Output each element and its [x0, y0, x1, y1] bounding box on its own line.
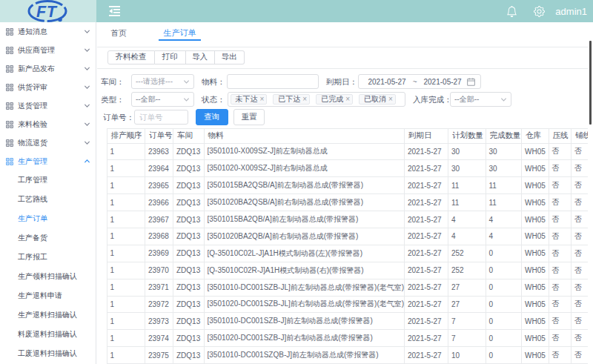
- orders-table: 排产顺序订单号车间物料到期日计划数量完成数量仓库压线铺线 123963ZDQ13…: [107, 128, 593, 364]
- cell-7-0: 1: [107, 262, 145, 279]
- sidebar-item-label: 送货管理: [18, 101, 84, 111]
- vertical-scrollbar[interactable]: [588, 22, 593, 364]
- type-select[interactable]: --全部--: [131, 92, 194, 107]
- tag-close-icon[interactable]: ×: [302, 96, 307, 103]
- cell-1-8: 否: [549, 160, 572, 177]
- sidebar-subitem-4[interactable]: 工序报工: [0, 248, 96, 267]
- cell-10-1: 23973: [145, 313, 173, 330]
- cell-8-7: WH05: [522, 279, 549, 296]
- tag-close-icon[interactable]: ×: [260, 96, 265, 103]
- sidebar-subitem-5[interactable]: 生产领料扫描确认: [0, 267, 96, 286]
- status-tag-3: 已取消×: [359, 94, 396, 105]
- table-row-10[interactable]: 123973ZDQ13[3501010-DC001SZB-J]前左制动器总成(带…: [107, 313, 593, 330]
- orderno-input[interactable]: [139, 110, 183, 124]
- table-row-11[interactable]: 123974ZDQ13[3501020-DC001SZB-J]前右制动器总成(带…: [107, 330, 593, 347]
- instock-select-value: --全部--: [454, 94, 500, 105]
- username[interactable]: admin1: [555, 6, 587, 17]
- cell-12-2: ZDQ13: [173, 347, 205, 364]
- cell-5-6: 4: [486, 228, 522, 245]
- sidebar-subitem-8[interactable]: 料废退料扫描确认: [0, 325, 96, 344]
- chevron-down-icon: [500, 96, 507, 103]
- sidebar-subitem-6[interactable]: 生产退料申请: [0, 286, 96, 305]
- sidebar-item-7[interactable]: 生产管理: [0, 152, 96, 171]
- cell-2-3: [3501015BA2QSB/A]前左制动器总成(带报警器): [204, 177, 405, 194]
- table-row-1[interactable]: 123964ZDQ13[3501020-X009SZ-J]前右制动器总成2021…: [107, 160, 593, 177]
- sidebar-item-0[interactable]: 通知消息: [0, 22, 96, 41]
- material-input[interactable]: [232, 75, 314, 88]
- instock-select[interactable]: --全部--: [450, 92, 511, 107]
- cell-8-0: 1: [107, 279, 145, 296]
- status-multiselect[interactable]: 未下达×已下达×已完成×已取消×: [228, 92, 405, 107]
- workshop-select[interactable]: ---请选择---: [131, 74, 194, 89]
- table-row-4[interactable]: 123967ZDQ13[3501015BA2QB/A]前左制动器总成(带报警器)…: [107, 211, 593, 228]
- cell-5-0: 1: [107, 228, 145, 245]
- sidebar-item-6[interactable]: 物流退货: [0, 133, 96, 152]
- notification-bell-icon[interactable]: [506, 6, 517, 17]
- cell-4-6: 4: [486, 211, 522, 228]
- sidebar-item-2[interactable]: 新产品发布: [0, 59, 96, 78]
- cell-7-3: [Q-35010C02R-J]A1H模式制动器(右)(带报警器): [204, 262, 405, 279]
- cell-0-1: 23963: [145, 143, 173, 160]
- table-row-9[interactable]: 123972ZDQ13[3501020-DC001SZB-JL]前右制动器总成(…: [107, 296, 593, 313]
- cell-3-0: 1: [107, 194, 145, 211]
- cell-6-6: 0: [486, 245, 522, 262]
- sidebar-item-label: 新产品发布: [18, 64, 84, 74]
- chevron-down-icon: [183, 96, 190, 103]
- top-header-bar: FT admin1: [0, 0, 593, 22]
- instock-label: 入库完成：: [413, 92, 452, 107]
- cell-7-8: 否: [549, 262, 572, 279]
- table-row-0[interactable]: 123963ZDQ13[3501010-X009SZ-J]前左制动器总成2021…: [107, 143, 593, 160]
- sidebar-item-3[interactable]: 供货评审: [0, 78, 96, 96]
- cell-8-5: 27: [448, 279, 486, 296]
- sidebar-item-5[interactable]: 来料检验: [0, 115, 96, 133]
- reset-button[interactable]: 重置: [233, 109, 265, 125]
- table-row-3[interactable]: 123966ZDQ13[3501020BA2QSB/A]前右制动器总成(带报警器…: [107, 194, 593, 211]
- sidebar-item-1[interactable]: 供应商管理: [0, 41, 96, 59]
- sidebar-subitem-2[interactable]: 生产订单: [0, 209, 96, 228]
- grid-menu-icon: [6, 139, 13, 147]
- tag-close-icon[interactable]: ×: [388, 96, 393, 103]
- table-row-2[interactable]: 123965ZDQ13[3501015BA2QSB/A]前左制动器总成(带报警器…: [107, 177, 593, 194]
- sidebar-item-label: 供应商管理: [18, 45, 84, 56]
- sidebar-subitem-0[interactable]: 工序管理: [0, 171, 96, 190]
- cell-3-6: 11: [486, 194, 522, 211]
- sidebar-subitem-9[interactable]: 工废退料扫描确认: [0, 344, 96, 363]
- table-row-5[interactable]: 123968ZDQ13[3501020BA2QB/A]前右制动器总成(带报警器)…: [107, 228, 593, 245]
- grid-menu-icon: [6, 28, 13, 36]
- cell-12-4: 2021-5-27: [405, 347, 448, 364]
- company-logo-ft: FT: [13, 0, 83, 22]
- tag-close-icon[interactable]: ×: [345, 96, 350, 103]
- table-row-12[interactable]: 123975ZDQ13[3501010-DC001SZQB-J]前左制动器总成(…: [107, 347, 593, 364]
- table-row-7[interactable]: 123970ZDQ13[Q-35010C02R-J]A1H模式制动器(右)(带报…: [107, 262, 593, 279]
- sidebar-item-4[interactable]: 送货管理: [0, 96, 96, 115]
- due-date-range-picker[interactable]: 2021-05-27 ~ 2021-05-27: [358, 74, 481, 89]
- sidebar-subitem-3[interactable]: 生产备货: [0, 228, 96, 248]
- cell-9-2: ZDQ13: [173, 296, 205, 313]
- chevron-down-icon: [84, 65, 90, 72]
- grid-menu-icon: [6, 47, 13, 54]
- settings-gear-icon[interactable]: [534, 6, 545, 17]
- sidebar-subitem-7[interactable]: 生产退料扫描确认: [0, 305, 96, 325]
- search-button[interactable]: 查询: [196, 109, 228, 125]
- cell-11-2: ZDQ13: [173, 330, 205, 347]
- sidebar-subitem-1[interactable]: 工艺路线: [0, 190, 96, 209]
- cell-9-3: [3501020-DC001SZB-JL]前右制动器总成(带报警器)(老气室): [204, 296, 405, 313]
- cell-11-3: [3501020-DC001SZB-J]前右制动器总成(带报警器): [204, 330, 405, 347]
- cell-1-1: 23964: [145, 160, 173, 177]
- cell-6-4: 2021-5-27: [405, 245, 448, 262]
- cell-8-3: [3501010-DC001SZB-JL]前左制动器总成(带报警器)(老气室): [204, 279, 405, 296]
- table-row-8[interactable]: 123971ZDQ13[3501010-DC001SZB-JL]前左制动器总成(…: [107, 279, 593, 296]
- cell-5-5: 4: [448, 228, 486, 245]
- cell-7-1: 23970: [145, 262, 173, 279]
- cell-10-5: 7: [448, 313, 486, 330]
- sidebar-fold-icon[interactable]: [109, 6, 120, 16]
- cell-3-7: WH05: [522, 194, 549, 211]
- table-row-6[interactable]: 123969ZDQ13[Q-35010C02L-J]A1H模式制动器(左)(带报…: [107, 245, 593, 262]
- cell-1-7: WH05: [522, 160, 549, 177]
- scrollbar-thumb[interactable]: [589, 41, 592, 125]
- cell-12-7: WH05: [522, 347, 549, 364]
- cell-7-4: 2021-5-27: [405, 262, 448, 279]
- cell-11-8: 否: [549, 330, 572, 347]
- status-tag-0: 未下达×: [231, 94, 268, 105]
- cell-6-8: 否: [549, 245, 572, 262]
